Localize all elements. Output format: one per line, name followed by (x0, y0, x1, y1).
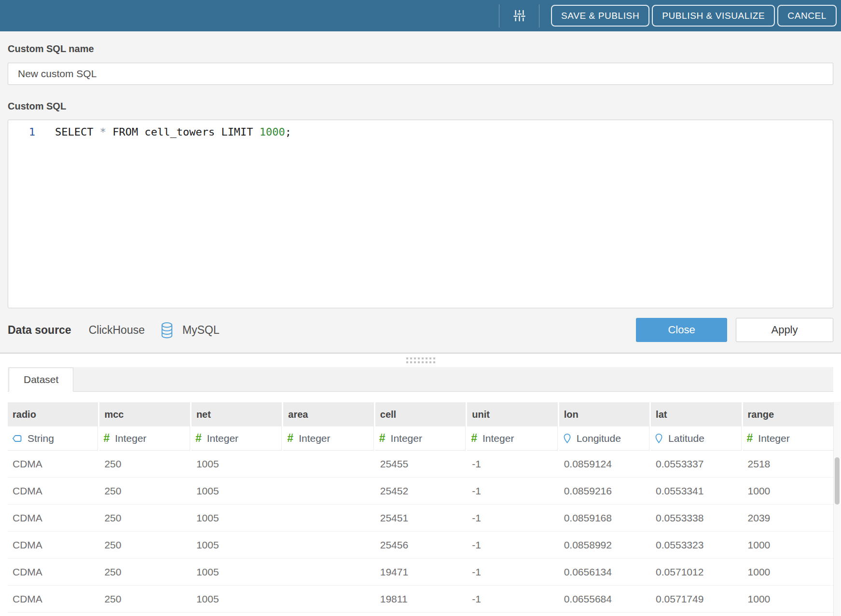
dataset-panel: Dataset radiomccnetareacellunitlonlatran… (0, 353, 841, 616)
table-cell: -1 (467, 451, 557, 477)
apply-button[interactable]: Apply (736, 318, 833, 342)
table-row: CDMA250100525452-10.08592160.05533411000 (8, 478, 833, 505)
topbar: SAVE & PUBLISH PUBLISH & VISUALIZE CANCE… (0, 0, 841, 31)
table-cell: CDMA (8, 559, 98, 585)
table-cell (283, 559, 373, 585)
table-body: CDMA250100525455-10.08591240.05533372518… (8, 451, 833, 613)
table-cell (283, 505, 373, 531)
tab-dataset[interactable]: Dataset (9, 368, 73, 392)
column-type-label: String (28, 433, 54, 444)
column-type-lat[interactable]: Latitude (651, 426, 741, 451)
table-cell: CDMA (8, 451, 98, 477)
custom-sql-label: Custom SQL (8, 85, 833, 112)
integer-icon: # (103, 433, 110, 444)
datasource-engine: MySQL (182, 324, 220, 337)
table-cell: -1 (467, 559, 557, 585)
custom-sql-name-label: Custom SQL name (8, 31, 833, 55)
table-cell: 1000 (743, 586, 833, 612)
table-cell: 1000 (743, 532, 833, 558)
column-type-mcc[interactable]: #Integer (99, 426, 190, 451)
table-cell: -1 (467, 532, 557, 558)
query-settings-button[interactable] (511, 5, 527, 27)
column-type-cell[interactable]: #Integer (375, 426, 466, 451)
column-type-unit[interactable]: #Integer (467, 426, 557, 451)
table-cell: 0.0571012 (651, 559, 741, 585)
panel-tabbar: Dataset (8, 367, 833, 392)
save-publish-button[interactable]: SAVE & PUBLISH (551, 5, 649, 27)
table-cell (283, 586, 373, 612)
column-type-label: Integer (391, 433, 422, 444)
datasource-row: Data source ClickHouse MySQL Close Apply (8, 318, 833, 342)
table-cell: 250 (99, 505, 190, 531)
table-cell: 1005 (192, 559, 282, 585)
column-type-label: Integer (207, 433, 238, 444)
column-header-mcc[interactable]: mcc (99, 402, 190, 426)
table-cell: 250 (99, 451, 190, 477)
sql-editor[interactable]: 1 SELECT * FROM cell_towers LIMIT 1000; (8, 120, 833, 308)
sql-editor-line: 1 SELECT * FROM cell_towers LIMIT 1000; (8, 125, 833, 139)
datasource-name: ClickHouse (89, 324, 145, 337)
table-cell: 250 (99, 559, 190, 585)
table-cell: CDMA (8, 532, 98, 558)
table-cell: 1005 (192, 451, 282, 477)
column-header-cell[interactable]: cell (375, 402, 466, 426)
close-button[interactable]: Close (636, 318, 727, 342)
column-header-area[interactable]: area (283, 402, 373, 426)
table-row: CDMA250100519471-10.06561340.05710121000 (8, 559, 833, 586)
table-cell: -1 (467, 478, 557, 504)
column-header-lon[interactable]: lon (559, 402, 649, 426)
line-number: 1 (8, 125, 35, 139)
table-row: CDMA250100525455-10.08591240.05533372518 (8, 451, 833, 478)
panel-resize-strip (0, 354, 841, 367)
column-type-label: Integer (758, 433, 789, 444)
table-cell: 250 (99, 478, 190, 504)
column-header-net[interactable]: net (192, 402, 282, 426)
column-type-label: Longitude (577, 433, 621, 444)
string-icon (12, 435, 22, 442)
table-cell (283, 451, 373, 477)
table-cell: 25452 (375, 478, 466, 504)
table-scrollbar-thumb[interactable] (835, 457, 840, 505)
column-header-range[interactable]: range (743, 402, 833, 426)
table-cell: 19471 (375, 559, 466, 585)
column-type-net[interactable]: #Integer (192, 426, 282, 451)
column-header-lat[interactable]: lat (651, 402, 741, 426)
table-cell: 250 (99, 586, 190, 612)
topbar-divider (499, 4, 499, 27)
column-type-area[interactable]: #Integer (283, 426, 373, 451)
table-cell: CDMA (8, 505, 98, 531)
publish-visualize-button[interactable]: PUBLISH & VISUALIZE (652, 5, 775, 27)
table-cell: 0.0858992 (559, 532, 649, 558)
table-cell: 0.0553323 (651, 532, 741, 558)
table-cell: -1 (467, 505, 557, 531)
column-header-radio[interactable]: radio (8, 402, 98, 426)
table-cell: 1000 (743, 559, 833, 585)
table-cell: 0.0571749 (651, 586, 741, 612)
table-cell: 0.0656134 (559, 559, 649, 585)
column-header-unit[interactable]: unit (467, 402, 557, 426)
integer-icon: # (379, 433, 386, 444)
table-cell (283, 478, 373, 504)
custom-sql-dialog: SAVE & PUBLISH PUBLISH & VISUALIZE CANCE… (0, 0, 841, 616)
table-header-row: radiomccnetareacellunitlonlatrange (8, 402, 833, 426)
table-cell: 0.0859124 (559, 451, 649, 477)
column-type-range[interactable]: #Integer (743, 426, 833, 451)
column-type-label: Integer (299, 433, 330, 444)
table-cell: 1005 (192, 478, 282, 504)
table-cell: 1005 (192, 586, 282, 612)
table-cell: 0.0655684 (559, 586, 649, 612)
table-cell: 250 (99, 532, 190, 558)
table-cell: 0.0553338 (651, 505, 741, 531)
custom-sql-form: Custom SQL name Custom SQL 1 SELECT * FR… (0, 31, 841, 353)
latitude-pin-icon (655, 433, 663, 444)
cancel-button[interactable]: CANCEL (777, 5, 837, 27)
table-row: CDMA250100519811-10.06556840.05717491000 (8, 586, 833, 613)
column-type-radio[interactable]: String (8, 426, 98, 451)
sliders-icon (513, 9, 526, 22)
table-cell: 1005 (192, 532, 282, 558)
custom-sql-name-input[interactable] (8, 63, 833, 85)
preview-table: radiomccnetareacellunitlonlatrange Strin… (8, 402, 833, 613)
drag-handle-icon[interactable] (406, 357, 435, 363)
column-type-lon[interactable]: Longitude (559, 426, 649, 451)
longitude-pin-icon (563, 433, 571, 444)
